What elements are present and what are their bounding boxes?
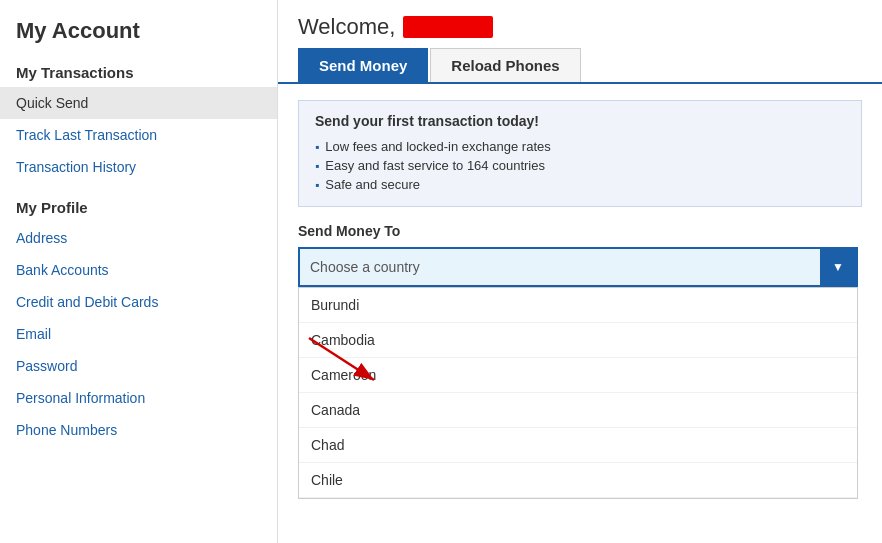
sidebar-item-track-last-transaction[interactable]: Track Last Transaction (0, 119, 277, 151)
dropdown-item-burundi[interactable]: Burundi (299, 288, 857, 323)
sidebar-section-my-profile: My Profile (0, 189, 277, 222)
dropdown-item-canada[interactable]: Canada (299, 393, 857, 428)
sidebar-item-quick-send[interactable]: Quick Send (0, 87, 277, 119)
dropdown-item-chad[interactable]: Chad (299, 428, 857, 463)
tab-reload-phones[interactable]: Reload Phones (430, 48, 580, 82)
sidebar: My Account My Transactions Quick Send Tr… (0, 0, 278, 543)
country-dropdown-list[interactable]: Burundi Cambodia Cameroon (298, 287, 858, 499)
promo-list: Low fees and locked-in exchange rates Ea… (315, 137, 845, 194)
sidebar-item-personal-information[interactable]: Personal Information (0, 382, 277, 414)
tab-send-money[interactable]: Send Money (298, 48, 428, 82)
country-select-arrow-button[interactable]: ▼ (820, 249, 856, 285)
sidebar-item-transaction-history[interactable]: Transaction History (0, 151, 277, 183)
tab-content: Send your first transaction today! Low f… (278, 84, 882, 515)
country-dropdown-container: Choose a country ▼ Burundi Cambodia Came… (298, 247, 858, 499)
sidebar-item-address[interactable]: Address (0, 222, 277, 254)
sidebar-section-my-transactions: My Transactions (0, 54, 277, 87)
sidebar-item-phone-numbers[interactable]: Phone Numbers (0, 414, 277, 446)
welcome-text: Welcome, (298, 14, 395, 40)
sidebar-item-credit-debit-cards[interactable]: Credit and Debit Cards (0, 286, 277, 318)
promo-title: Send your first transaction today! (315, 113, 845, 129)
sidebar-item-bank-accounts[interactable]: Bank Accounts (0, 254, 277, 286)
dropdown-item-chile[interactable]: Chile (299, 463, 857, 498)
dropdown-item-cameroon[interactable]: Cameroon (299, 358, 857, 393)
welcome-header: Welcome, (278, 0, 882, 48)
dropdown-wrapper: Burundi Cambodia Cameroon (298, 287, 858, 499)
send-money-to-label: Send Money To (298, 223, 862, 239)
sidebar-item-password[interactable]: Password (0, 350, 277, 382)
tab-bar: Send Money Reload Phones (278, 48, 882, 84)
country-select-display: Choose a country (300, 251, 820, 283)
sidebar-title: My Account (0, 0, 277, 54)
main-content: Welcome, Send Money Reload Phones Send y… (278, 0, 882, 543)
country-select[interactable]: Choose a country ▼ (298, 247, 858, 287)
promo-box: Send your first transaction today! Low f… (298, 100, 862, 207)
promo-item-3: Safe and secure (315, 175, 845, 194)
promo-item-2: Easy and fast service to 164 countries (315, 156, 845, 175)
promo-item-1: Low fees and locked-in exchange rates (315, 137, 845, 156)
user-name-redacted (403, 16, 493, 38)
sidebar-item-email[interactable]: Email (0, 318, 277, 350)
dropdown-item-cambodia[interactable]: Cambodia (299, 323, 857, 358)
